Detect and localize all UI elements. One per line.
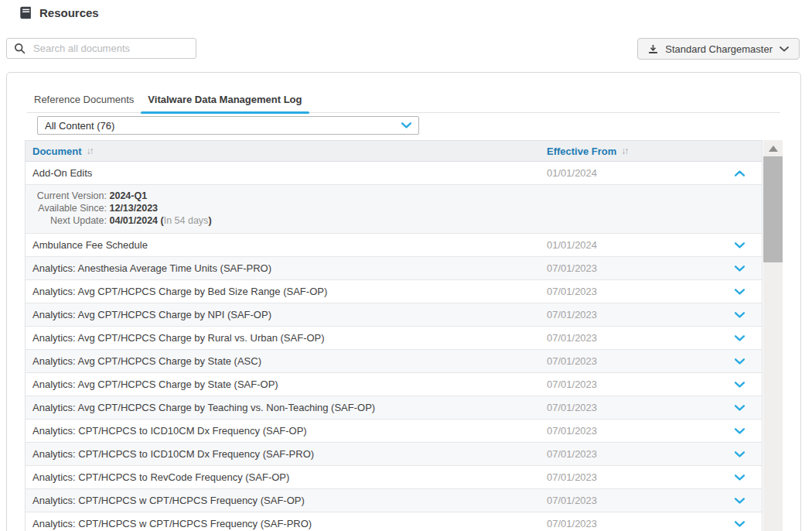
book-icon [19, 6, 32, 19]
detail-note: In 54 days [164, 215, 209, 226]
document-name: Analytics: CPT/HCPCS to RevCode Frequenc… [26, 471, 547, 483]
document-name: Analytics: CPT/HCPCS to ICD10CM Dx Frequ… [26, 448, 547, 460]
column-header-document-label: Document [32, 146, 82, 157]
documents-table: Document ↓↑ Effective From ↓↑ Add-On Edi… [25, 140, 763, 531]
detail-line: Available Since: 12/13/2023 [32, 202, 755, 214]
scrollbar-up-arrow[interactable] [769, 146, 778, 152]
chevron-down-icon[interactable] [735, 358, 745, 365]
search-icon [14, 43, 26, 54]
table-row[interactable]: Analytics: Avg CPT/HCPCS Charge by Bed S… [26, 280, 762, 303]
tab-vitalware-data-management-log[interactable]: Vitalware Data Management Log [141, 88, 309, 112]
expanded-row-detail: Current Version: 2024-Q1Available Since:… [26, 185, 762, 234]
detail-value: 12/13/2023 [107, 203, 158, 214]
table-row[interactable]: Analytics: CPT/HCPCS to ICD10CM Dx Frequ… [26, 443, 762, 466]
effective-from-date: 07/01/2023 [547, 495, 762, 506]
effective-from-date: 07/01/2023 [547, 262, 762, 274]
table-row[interactable]: Analytics: Avg CPT/HCPCS Charge by Teach… [26, 396, 762, 420]
search-input[interactable] [33, 43, 189, 54]
chargemaster-button-label: Standard Chargemaster [665, 43, 773, 55]
scrollbar-thumb[interactable] [763, 156, 783, 262]
effective-from-date: 07/01/2023 [547, 448, 762, 460]
table-row[interactable]: Analytics: Avg CPT/HCPCS Charge by State… [26, 350, 762, 373]
effective-from-date: 01/01/2024 [547, 167, 762, 179]
table-row[interactable]: Analytics: Avg CPT/HCPCS Charge by Rural… [26, 327, 762, 350]
chevron-down-icon[interactable] [735, 474, 745, 481]
sort-icon[interactable]: ↓↑ [87, 146, 93, 156]
effective-from-date: 07/01/2023 [547, 425, 762, 437]
content-filter-value: All Content (76) [45, 120, 114, 132]
column-header-effective-from-label: Effective From [547, 146, 616, 157]
page-title: Resources [19, 6, 99, 19]
document-name: Add-On Edits [26, 167, 547, 179]
document-name: Analytics: CPT/HCPCS w CPT/HCPCS Frequen… [26, 495, 547, 506]
table-row[interactable]: Analytics: Avg CPT/HCPCS Charge by State… [26, 373, 762, 396]
detail-line: Next Update: 04/01/2024 (In 54 days) [32, 214, 755, 227]
table-body: Add-On Edits 01/01/2024 Current Version:… [26, 162, 762, 531]
effective-from-date: 07/01/2023 [547, 471, 762, 483]
sort-icon[interactable]: ↓↑ [621, 146, 627, 156]
table-header-row: Document ↓↑ Effective From ↓↑ [26, 141, 762, 162]
effective-from-date: 01/01/2024 [547, 239, 762, 251]
table-row[interactable]: Analytics: Anesthesia Average Time Units… [26, 257, 762, 280]
document-name: Analytics: Avg CPT/HCPCS Charge by State… [26, 379, 547, 390]
chevron-down-icon[interactable] [735, 428, 745, 434]
effective-from-date: 07/01/2023 [547, 379, 762, 390]
detail-label: Available Since: [32, 202, 107, 214]
tab-reference-documents[interactable]: Reference Documents [27, 88, 141, 112]
document-name: Analytics: Avg CPT/HCPCS Charge by State… [26, 355, 547, 367]
detail-value: 2024-Q1 [107, 190, 147, 201]
chevron-up-icon[interactable] [735, 170, 745, 176]
document-name: Ambulance Fee Schedule [26, 239, 547, 251]
column-header-effective-from[interactable]: Effective From ↓↑ [547, 146, 762, 157]
content-filter-select[interactable]: All Content (76) [37, 116, 419, 135]
document-name: Analytics: Avg CPT/HCPCS Charge by NPI (… [26, 309, 547, 320]
detail-label: Current Version: [32, 190, 107, 202]
document-name: Analytics: CPT/HCPCS w CPT/HCPCS Frequen… [26, 518, 547, 529]
vertical-scrollbar[interactable] [763, 140, 783, 531]
detail-line: Current Version: 2024-Q1 [32, 190, 755, 202]
table-row[interactable]: Add-On Edits 01/01/2024 [26, 162, 762, 185]
table-row[interactable]: Analytics: CPT/HCPCS to ICD10CM Dx Frequ… [26, 420, 762, 443]
chevron-down-icon [401, 122, 411, 128]
document-name: Analytics: CPT/HCPCS to ICD10CM Dx Frequ… [26, 425, 547, 437]
chevron-down-icon[interactable] [735, 498, 745, 504]
chevron-down-icon[interactable] [735, 266, 745, 272]
document-name: Analytics: Avg CPT/HCPCS Charge by Bed S… [26, 286, 547, 297]
chevron-down-icon[interactable] [735, 335, 745, 341]
effective-from-date: 07/01/2023 [547, 355, 762, 367]
chevron-down-icon [780, 46, 789, 52]
document-name: Analytics: Avg CPT/HCPCS Charge by Rural… [26, 332, 547, 344]
document-name: Analytics: Avg CPT/HCPCS Charge by Teach… [26, 402, 547, 413]
table-row[interactable]: Analytics: CPT/HCPCS to RevCode Frequenc… [26, 466, 762, 489]
effective-from-date: 07/01/2023 [547, 309, 762, 320]
chevron-down-icon[interactable] [735, 289, 745, 295]
chevron-down-icon[interactable] [735, 521, 745, 527]
table-row[interactable]: Ambulance Fee Schedule 01/01/2024 [26, 234, 762, 257]
resources-card: Reference Documents Vitalware Data Manag… [6, 72, 801, 531]
tab-bar: Reference Documents Vitalware Data Manag… [27, 88, 780, 113]
download-icon [648, 44, 658, 54]
chevron-down-icon[interactable] [735, 382, 745, 388]
chevron-down-icon[interactable] [735, 405, 745, 411]
table-row[interactable]: Analytics: CPT/HCPCS w CPT/HCPCS Frequen… [26, 512, 762, 531]
effective-from-date: 07/01/2023 [547, 332, 762, 344]
search-box[interactable] [6, 38, 196, 59]
chevron-down-icon[interactable] [735, 312, 745, 318]
detail-value: 04/01/2024 [107, 215, 158, 226]
chargemaster-dropdown-button[interactable]: Standard Chargemaster [637, 38, 800, 60]
effective-from-date: 07/01/2023 [547, 402, 762, 413]
page-title-text: Resources [39, 6, 99, 19]
detail-lines: Current Version: 2024-Q1Available Since:… [32, 190, 755, 227]
document-name: Analytics: Anesthesia Average Time Units… [26, 262, 547, 274]
chevron-down-icon[interactable] [735, 242, 745, 248]
effective-from-date: 07/01/2023 [547, 518, 762, 529]
effective-from-date: 07/01/2023 [547, 286, 762, 297]
table-row[interactable]: Analytics: Avg CPT/HCPCS Charge by NPI (… [26, 303, 762, 327]
chevron-down-icon[interactable] [735, 451, 745, 457]
table-row[interactable]: Analytics: CPT/HCPCS w CPT/HCPCS Frequen… [26, 489, 762, 512]
detail-label: Next Update: [32, 214, 107, 227]
column-header-document[interactable]: Document ↓↑ [26, 146, 547, 157]
